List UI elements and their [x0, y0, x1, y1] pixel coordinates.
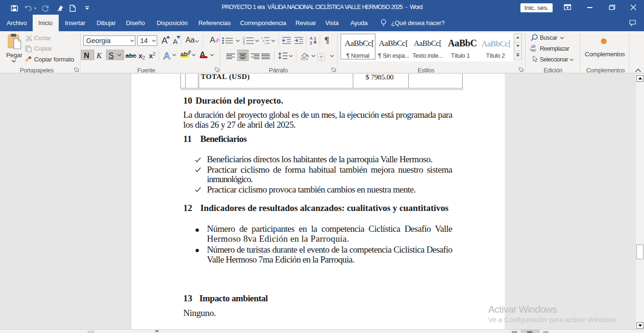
- svg-text:ac: ac: [532, 48, 537, 52]
- svg-text:i: i: [264, 42, 265, 44]
- svg-text:3: 3: [243, 42, 245, 44]
- svg-text:A: A: [310, 36, 313, 41]
- svg-text:Z: Z: [310, 41, 312, 45]
